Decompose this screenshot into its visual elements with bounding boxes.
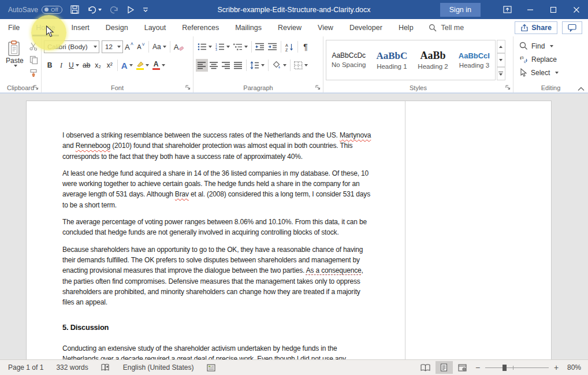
- style-heading-2[interactable]: AaBb Heading 2: [412, 40, 453, 80]
- numbering-icon: 123: [215, 43, 225, 51]
- tab-review[interactable]: Review: [270, 19, 310, 36]
- italic-button[interactable]: I: [55, 59, 67, 72]
- styles-scroll-up-button[interactable]: [497, 40, 505, 53]
- font-color-button[interactable]: A: [151, 59, 167, 72]
- zoom-slider-handle[interactable]: [503, 365, 507, 371]
- doc-paragraph[interactable]: At least one hedge fund acquired a share…: [62, 168, 373, 210]
- show-formatting-button[interactable]: ¶: [300, 40, 311, 53]
- doc-heading[interactable]: 5. Discussion: [62, 322, 373, 333]
- superscript-button[interactable]: x²: [104, 59, 116, 72]
- tab-references[interactable]: References: [174, 19, 227, 36]
- document-page[interactable]: I observed a striking resemblance betwee…: [26, 101, 552, 359]
- line-spacing-button[interactable]: [248, 59, 266, 72]
- svg-text:b: b: [522, 55, 524, 60]
- style-no-spacing[interactable]: AaBbCcDc No Spacing: [326, 40, 371, 80]
- tell-me-search[interactable]: Tell me: [422, 19, 471, 36]
- shrink-font-button[interactable]: A˅: [135, 40, 147, 53]
- format-painter-button[interactable]: [28, 67, 40, 79]
- underline-button[interactable]: U: [67, 59, 81, 72]
- maximize-button[interactable]: [542, 0, 565, 19]
- borders-button[interactable]: [292, 59, 310, 72]
- numbering-button[interactable]: 123: [214, 40, 232, 53]
- minimize-button[interactable]: [519, 0, 542, 19]
- tab-developer[interactable]: Developer: [341, 19, 390, 36]
- paragraph-dialog-launcher[interactable]: [315, 84, 321, 91]
- share-button[interactable]: Share: [515, 21, 557, 34]
- cut-button[interactable]: [28, 40, 40, 52]
- doc-paragraph[interactable]: The average percentage of voting power r…: [62, 217, 373, 238]
- read-mode-button[interactable]: [417, 361, 434, 374]
- ribbon-display-options-button[interactable]: [496, 0, 519, 19]
- find-button[interactable]: Find: [519, 39, 553, 53]
- tab-file[interactable]: File: [0, 19, 28, 36]
- font-size-combo[interactable]: 12: [102, 40, 123, 53]
- comments-button[interactable]: [562, 21, 582, 34]
- page-number-status[interactable]: Page 1 of 1: [5, 362, 47, 373]
- word-count-status[interactable]: 332 words: [53, 362, 91, 373]
- bullets-button[interactable]: [196, 40, 214, 53]
- paste-button[interactable]: Paste: [2, 39, 27, 83]
- customize-quick-access-button[interactable]: [143, 7, 148, 13]
- tab-home[interactable]: Home: [28, 19, 63, 36]
- doc-paragraph[interactable]: Conducting an extensive study of the sha…: [62, 343, 373, 359]
- language-status[interactable]: English (United States): [120, 362, 198, 373]
- zoom-level[interactable]: 80%: [567, 363, 581, 372]
- spell-marked-text: Renneboog: [76, 142, 110, 150]
- print-layout-button[interactable]: [436, 361, 453, 374]
- clipboard-dialog-launcher[interactable]: [33, 84, 39, 91]
- font-dialog-launcher[interactable]: [185, 84, 191, 91]
- zoom-out-button[interactable]: −: [472, 363, 483, 372]
- doc-paragraph[interactable]: I observed a striking resemblance betwee…: [62, 130, 373, 162]
- copy-button[interactable]: [28, 54, 40, 65]
- styles-more-button[interactable]: [497, 67, 505, 80]
- styles-dialog-launcher[interactable]: [505, 84, 511, 91]
- multilevel-list-button[interactable]: [232, 40, 250, 53]
- text-highlight-button[interactable]: [135, 59, 151, 72]
- justify-button[interactable]: [232, 59, 244, 72]
- tab-view[interactable]: View: [310, 19, 341, 36]
- document-text[interactable]: I observed a striking resemblance betwee…: [62, 130, 373, 359]
- clear-formatting-icon: A: [174, 43, 179, 51]
- align-left-button[interactable]: [196, 59, 208, 72]
- save-button[interactable]: [70, 5, 79, 14]
- zoom-in-button[interactable]: +: [551, 363, 561, 372]
- style-heading-1[interactable]: AaBbC Heading 1: [371, 40, 412, 80]
- subscript-button[interactable]: x₂: [92, 59, 104, 72]
- tab-design[interactable]: Design: [98, 19, 136, 36]
- increase-indent-button[interactable]: [266, 40, 279, 53]
- replace-button[interactable]: bc Replace: [519, 53, 557, 66]
- change-case-button[interactable]: Aa: [151, 40, 168, 53]
- macro-recording-button[interactable]: [203, 363, 219, 373]
- styles-gallery: AaBbCcDc No Spacing AaBbC Heading 1 AaBb…: [326, 40, 496, 80]
- strikethrough-button[interactable]: ab: [81, 59, 92, 72]
- autosave-toggle[interactable]: AutoSave Off: [8, 6, 62, 14]
- sign-in-button[interactable]: Sign in: [440, 3, 481, 17]
- tab-layout[interactable]: Layout: [136, 19, 174, 36]
- style-heading-3[interactable]: AaBbCcI Heading 3: [453, 40, 495, 80]
- sort-button[interactable]: AZ: [283, 40, 296, 53]
- styles-scroll-down-button[interactable]: [497, 53, 505, 66]
- tab-help[interactable]: Help: [390, 19, 422, 36]
- close-button[interactable]: [565, 0, 588, 19]
- bold-button[interactable]: B: [44, 59, 55, 72]
- grow-font-button[interactable]: A˄: [123, 40, 135, 53]
- select-button[interactable]: Select: [519, 66, 559, 79]
- shading-button[interactable]: [270, 59, 288, 72]
- zoom-slider[interactable]: [485, 363, 549, 372]
- decrease-indent-button[interactable]: [254, 40, 266, 53]
- align-right-button[interactable]: [220, 59, 232, 72]
- doc-paragraph[interactable]: Because shareholders have an opportunity…: [62, 244, 373, 308]
- text-effects-button[interactable]: A: [120, 59, 135, 72]
- clear-formatting-button[interactable]: A: [172, 40, 186, 53]
- play-macro-button[interactable]: [127, 6, 135, 14]
- change-case-icon: Aa: [152, 43, 161, 51]
- tab-mailings[interactable]: Mailings: [227, 19, 270, 36]
- redo-button[interactable]: [110, 6, 119, 14]
- font-name-combo[interactable]: Calibri (Body): [44, 40, 99, 53]
- tab-insert[interactable]: Insert: [64, 19, 98, 36]
- web-layout-button[interactable]: [454, 361, 471, 374]
- undo-button[interactable]: [87, 6, 102, 14]
- collapse-ribbon-button[interactable]: [578, 87, 585, 91]
- proofing-status-button[interactable]: [98, 362, 114, 373]
- align-center-button[interactable]: [208, 59, 220, 72]
